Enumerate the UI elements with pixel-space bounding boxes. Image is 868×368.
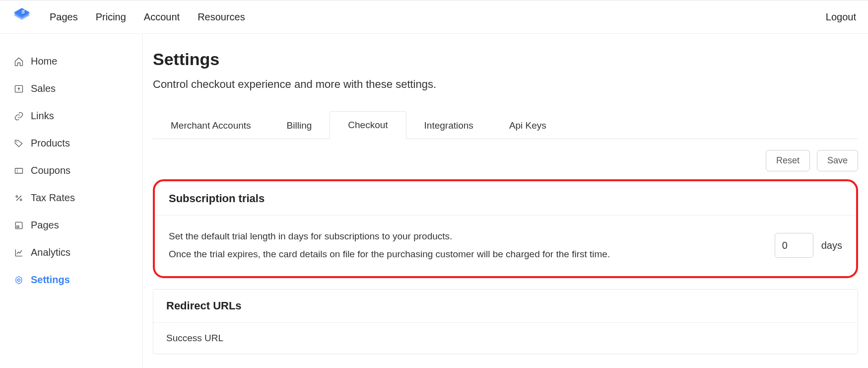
svg-point-8 [20,199,22,200]
tabs: Merchant Accounts Billing Checkout Integ… [153,111,858,139]
svg-point-7 [16,196,17,197]
sidebar-item-sales[interactable]: Sales [10,75,133,102]
nav-resources[interactable]: Resources [198,11,245,23]
topbar-left: S Pages Pricing Account Resources [12,7,245,27]
pages-icon [14,221,24,230]
sidebar-label: Products [31,138,70,149]
products-icon [14,139,24,148]
sidebar-item-tax-rates[interactable]: Tax Rates [10,184,133,212]
sidebar-label: Pages [31,220,59,231]
tab-api-keys[interactable]: Api Keys [491,112,564,139]
sales-icon [14,84,24,94]
tax-rates-icon [14,193,24,203]
card-description: Set the default trial length in days for… [169,227,610,263]
svg-point-12 [18,279,20,281]
sidebar-item-home[interactable]: Home [10,48,133,75]
sidebar-item-analytics[interactable]: Analytics [10,239,133,266]
tab-integrations[interactable]: Integrations [406,112,491,139]
sidebar-label: Coupons [31,165,70,176]
sidebar: Home Sales Links Products Coupons [0,34,143,368]
card-title: Redirect URLs [153,290,858,323]
sidebar-label: Analytics [31,247,70,258]
success-url-label: Success URL [166,333,845,344]
home-icon [14,57,24,67]
nav-pricing[interactable]: Pricing [96,11,126,23]
nav-account[interactable]: Account [144,11,180,23]
sidebar-label: Sales [31,83,56,94]
actions-row: Reset Save [153,139,858,179]
tab-billing[interactable]: Billing [269,112,330,139]
trial-input-group: days [775,233,842,258]
svg-marker-11 [16,276,22,284]
trial-days-unit: days [821,240,842,251]
settings-icon [14,275,24,285]
svg-rect-10 [17,225,19,227]
subscription-trials-card: Subscription trials Set the default tria… [153,179,858,278]
svg-rect-6 [15,168,23,173]
sidebar-label: Tax Rates [31,192,75,204]
redirect-urls-card: Redirect URLs Success URL [153,289,858,354]
sidebar-item-links[interactable]: Links [10,102,133,130]
sidebar-item-coupons[interactable]: Coupons [10,157,133,184]
sidebar-item-settings[interactable]: Settings [10,266,133,294]
tab-checkout[interactable]: Checkout [330,111,406,139]
page-subtitle: Control checkout experience and more wit… [153,78,858,91]
sidebar-label: Settings [31,274,70,286]
coupons-icon [14,166,24,176]
topbar: S Pages Pricing Account Resources Logout [0,0,868,34]
page-title: Settings [153,50,858,69]
analytics-icon [14,248,24,258]
card-title: Subscription trials [156,182,855,216]
logout-link[interactable]: Logout [826,11,856,23]
tab-merchant-accounts[interactable]: Merchant Accounts [153,112,269,139]
reset-button[interactable]: Reset [766,150,810,171]
sidebar-label: Links [31,110,54,122]
sidebar-item-products[interactable]: Products [10,130,133,157]
main-content: Settings Control checkout experience and… [143,34,868,368]
nav-pages[interactable]: Pages [50,11,78,23]
svg-point-5 [16,141,17,142]
sidebar-item-pages[interactable]: Pages [10,212,133,239]
trial-desc-line2: Once the trial expires, the card details… [169,245,610,263]
sidebar-label: Home [31,56,57,67]
trial-desc-line1: Set the default trial length in days for… [169,227,610,245]
save-button[interactable]: Save [817,150,858,171]
trial-days-input[interactable] [775,233,813,258]
logo-icon[interactable]: S [12,7,32,27]
links-icon [14,111,24,121]
